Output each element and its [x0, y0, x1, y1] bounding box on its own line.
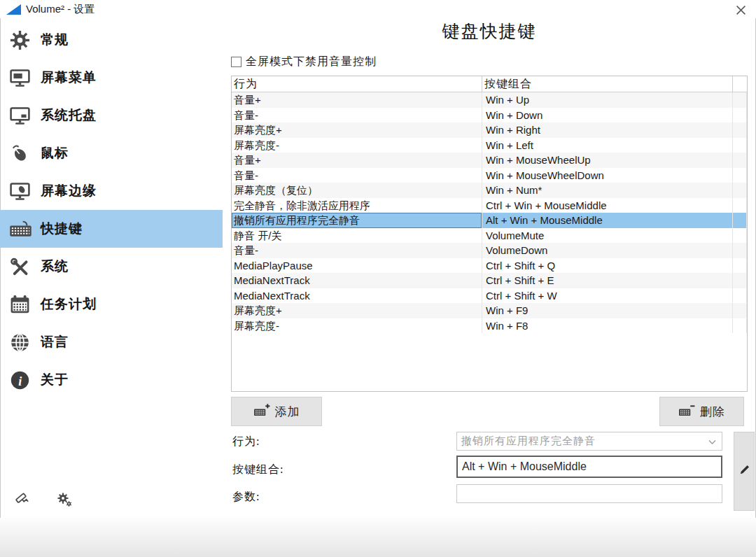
cell-keys: Ctrl + Shift + W [482, 288, 733, 304]
cell-keys: Win + Down [482, 108, 733, 123]
table-row[interactable]: 屏幕亮度- Win + Left [232, 138, 747, 153]
cell-keys: Ctrl + Win + MouseMiddle [482, 198, 733, 213]
sidebar-item-label: 语言 [41, 333, 69, 351]
sidebar-item-label: 关于 [41, 371, 69, 389]
cell-spacer [733, 153, 747, 168]
column-header-action[interactable]: 行为 [232, 76, 482, 92]
cell-action: 静音 开/关 [232, 228, 482, 244]
cell-action: 屏幕亮度（复位） [232, 183, 482, 198]
cell-keys: Win + Up [482, 92, 733, 108]
cell-action: 屏幕亮度+ [232, 303, 482, 318]
table-row[interactable]: 屏幕亮度（复位） Win + Num* [232, 183, 747, 198]
sidebar-item-screen-edge[interactable]: 屏幕边缘 [0, 172, 223, 210]
table-row[interactable]: 音量- Win + MouseWheelDown [232, 168, 747, 183]
mouse-icon [9, 142, 34, 164]
gear-icon [9, 29, 34, 51]
table-row[interactable]: 音量- Win + Down [232, 108, 747, 123]
keyboard-plus-icon [253, 404, 271, 420]
hotkey-input[interactable] [456, 456, 722, 478]
fullscreen-mute-checkbox-label: 全屏模式下禁用音量控制 [246, 55, 377, 69]
cell-action: MediaNextTrack [232, 273, 482, 288]
sidebar: 常规 屏幕菜单 系统托盘 鼠标 屏幕边缘 快捷键 系统 任务计划 语言 i 关于 [0, 21, 223, 399]
table-row[interactable]: 完全静音，除非激活应用程序 Ctrl + Win + MouseMiddle [232, 198, 747, 213]
sidebar-item-system-tray[interactable]: 系统托盘 [0, 97, 223, 134]
sidebar-item-screen-menu[interactable]: 屏幕菜单 [0, 59, 223, 97]
table-row[interactable]: 音量- VolumeDown [232, 243, 747, 258]
table-row[interactable]: 音量+ Win + Up [232, 92, 747, 108]
cell-spacer [733, 273, 747, 288]
sidebar-item-label: 快捷键 [41, 220, 83, 238]
globe-icon [9, 331, 34, 353]
sidebar-item-label: 鼠标 [41, 144, 69, 162]
cell-action: 音量- [232, 168, 482, 183]
table-row[interactable]: 静音 开/关 VolumeMute [232, 228, 747, 244]
table-row[interactable]: 撤销所有应用程序完全静音 Alt + Win + MouseMiddle [232, 213, 747, 228]
cell-action: 音量+ [232, 153, 482, 168]
cell-action: MediaPlayPause [232, 258, 482, 274]
param-input[interactable] [456, 484, 722, 503]
skin-roller-icon[interactable] [15, 491, 32, 508]
cell-keys: VolumeMute [482, 228, 733, 244]
cell-spacer [733, 258, 747, 274]
status-bar: 2 version 1.1.8.458 应用 关闭 [0, 518, 756, 557]
sidebar-item-mouse[interactable]: 鼠标 [0, 134, 223, 172]
close-icon[interactable] [734, 3, 748, 17]
sidebar-item-label: 屏幕边缘 [41, 182, 97, 200]
cell-spacer [733, 303, 747, 318]
cell-spacer [733, 228, 747, 244]
sidebar-item-label: 常规 [41, 31, 69, 49]
cell-action: MediaNextTrack [232, 288, 482, 304]
title-bar: 2 Volume² - 设置 [0, 0, 756, 18]
screen-edge-icon [9, 180, 34, 202]
hotkey-table-body: 音量+ Win + Up 音量- Win + Down 屏幕亮度+ Win + … [232, 92, 747, 333]
sidebar-item-globe[interactable]: 语言 [0, 323, 223, 361]
cell-spacer [733, 122, 747, 138]
sidebar-item-calendar[interactable]: 任务计划 [0, 285, 223, 323]
sidebar-item-gear[interactable]: 常规 [0, 21, 223, 59]
cell-action: 屏幕亮度- [232, 318, 482, 334]
cell-action: 完全静音，除非激活应用程序 [232, 198, 482, 213]
tool-icons [15, 491, 73, 508]
cell-keys: Win + MouseWheelUp [482, 153, 733, 168]
app-logo-icon: 2 [6, 4, 21, 15]
param-field-label: 参数: [232, 490, 260, 505]
delete-hotkey-button[interactable]: 删除 [659, 397, 744, 426]
cell-action: 音量- [232, 243, 482, 258]
column-header-keys[interactable]: 按键组合 [482, 76, 733, 92]
sidebar-item-label: 系统 [41, 258, 69, 276]
cell-action: 屏幕亮度- [232, 138, 482, 153]
column-header-spacer [733, 76, 747, 92]
action-dropdown[interactable]: 撤销所有应用程序完全静音 [456, 432, 722, 451]
sidebar-item-info[interactable]: i 关于 [0, 361, 223, 399]
table-row[interactable]: MediaPlayPause Ctrl + Shift + Q [232, 258, 747, 274]
keyboard-icon [9, 218, 34, 240]
cell-keys: Win + F9 [482, 303, 733, 318]
table-row[interactable]: 音量+ Win + MouseWheelUp [232, 153, 747, 168]
info-icon: i [9, 369, 34, 391]
hotkey-table-header: 行为 按键组合 [232, 76, 747, 92]
fullscreen-mute-checkbox[interactable] [231, 57, 241, 67]
table-row[interactable]: 屏幕亮度+ Win + Right [232, 122, 747, 138]
cell-spacer [733, 183, 747, 198]
cell-spacer [733, 138, 747, 153]
sidebar-item-keyboard[interactable]: 快捷键 [0, 210, 223, 248]
add-hotkey-button[interactable]: 添加 [231, 397, 322, 426]
cell-spacer [733, 168, 747, 183]
table-row[interactable]: MediaNextTrack Ctrl + Shift + E [232, 273, 747, 288]
table-row[interactable]: 屏幕亮度+ Win + F9 [232, 303, 747, 318]
edit-hotkey-button[interactable] [734, 432, 755, 511]
cell-keys: Win + F8 [482, 318, 733, 334]
hotkey-field-label: 按键组合: [232, 463, 284, 477]
delete-button-label: 删除 [700, 404, 725, 420]
cell-keys: Win + Num* [482, 183, 733, 198]
svg-text:i: i [18, 374, 22, 388]
table-row[interactable]: 屏幕亮度- Win + F8 [232, 318, 747, 334]
gears-icon[interactable] [56, 491, 73, 508]
sidebar-item-label: 任务计划 [41, 295, 97, 313]
cell-keys: Win + MouseWheelDown [482, 168, 733, 183]
cell-action: 音量+ [232, 92, 482, 108]
screen-menu-icon [9, 66, 34, 89]
page-title: 键盘快捷键 [231, 20, 748, 43]
table-row[interactable]: MediaNextTrack Ctrl + Shift + W [232, 288, 747, 304]
sidebar-item-tools[interactable]: 系统 [0, 248, 223, 285]
